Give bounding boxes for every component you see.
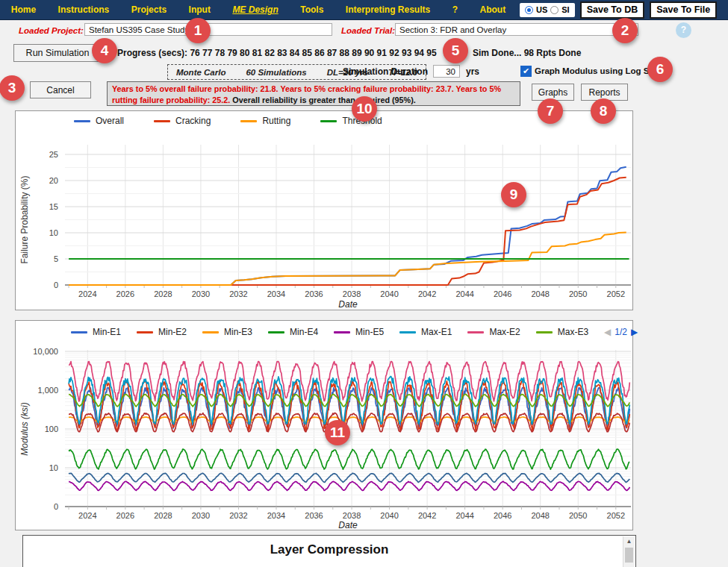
svg-text:2048: 2048 <box>531 511 549 520</box>
nav-items: HomeInstructionsProjectsInputME DesignTo… <box>0 4 517 15</box>
scrollbar-thumb[interactable] <box>625 548 633 563</box>
nav-item-home[interactable]: Home <box>11 4 36 15</box>
svg-text:2036: 2036 <box>305 511 323 520</box>
duration-label: Simulation Duration <box>343 66 428 77</box>
nav-item-tools[interactable]: Tools <box>300 4 323 15</box>
legend-label: Min-E5 <box>355 327 384 337</box>
svg-text:2026: 2026 <box>116 289 134 298</box>
svg-text:0: 0 <box>54 502 58 511</box>
series-min-e4-line <box>69 449 629 469</box>
nav-item-input[interactable]: Input <box>189 4 211 15</box>
sim-done-status: Sim Done... 98 Rpts Done <box>473 48 581 58</box>
svg-text:2030: 2030 <box>192 511 210 520</box>
legend-line-swatch <box>240 120 257 122</box>
top-nav-bar: HomeInstructionsProjectsInputME DesignTo… <box>0 0 728 20</box>
svg-text:100: 100 <box>45 425 58 433</box>
legend-item-rutting: Rutting <box>240 116 290 126</box>
svg-text:2052: 2052 <box>607 289 625 298</box>
si-radio[interactable] <box>550 6 559 14</box>
svg-text:2052: 2052 <box>607 511 625 520</box>
duration-input[interactable] <box>433 65 460 78</box>
svg-text:2044: 2044 <box>455 289 473 298</box>
log-scale-checkbox[interactable]: ✔ <box>520 66 532 77</box>
legend-item-overall: Overall <box>74 116 124 126</box>
svg-text:10: 10 <box>49 463 58 472</box>
legend-item-min-e2: Min-E2 <box>137 327 187 337</box>
legend-line-swatch <box>74 120 90 122</box>
svg-text:2028: 2028 <box>154 289 172 298</box>
callout-5: 5 <box>443 38 468 63</box>
mc-sims: 60 Simulations <box>246 68 306 77</box>
loaded-trial-label: Loaded Trial: <box>341 26 395 35</box>
legend-label: Overall <box>96 116 124 126</box>
progress-values: 76 77 78 79 80 81 82 83 84 85 86 87 88 8… <box>190 48 436 58</box>
legend-item-cracking: Cracking <box>154 116 211 126</box>
modulus-chart-legend: Min-E1Min-E2Min-E3Min-E4Min-E5Max-E1Max-… <box>71 326 632 338</box>
series-max-e5-line <box>69 473 629 482</box>
loaded-trial-input[interactable] <box>395 23 638 36</box>
run-simulation-button[interactable]: Run Simulation <box>13 44 102 62</box>
duration-unit-label: yrs <box>466 66 479 77</box>
legend-label: Max-E2 <box>489 327 520 337</box>
legend-next-icon[interactable]: ▶ <box>631 327 638 337</box>
legend-label: Min-E4 <box>290 327 318 337</box>
callout-3: 3 <box>0 75 25 101</box>
legend-item-min-e1: Min-E1 <box>71 327 121 337</box>
svg-text:5: 5 <box>54 254 58 263</box>
legend-label: Max-E3 <box>558 327 588 337</box>
legend-line-swatch <box>467 331 484 333</box>
svg-text:2050: 2050 <box>569 511 587 520</box>
svg-text:2034: 2034 <box>267 511 285 520</box>
callout-11: 11 <box>325 420 350 445</box>
legend-line-swatch <box>334 331 350 333</box>
svg-text:25: 25 <box>49 150 58 159</box>
svg-text:2030: 2030 <box>192 289 210 298</box>
panel-scrollbar: ▲ <box>623 536 635 567</box>
svg-text:2038: 2038 <box>343 289 361 298</box>
nav-item-help[interactable]: ? <box>452 4 458 15</box>
legend-label: Min-E1 <box>93 327 121 337</box>
legend-item-min-e4: Min-E4 <box>268 327 318 337</box>
svg-text:10,000: 10,000 <box>33 347 58 356</box>
svg-text:2046: 2046 <box>494 511 511 520</box>
nav-item-instructions[interactable]: Instructions <box>58 4 110 15</box>
svg-text:2046: 2046 <box>494 289 511 298</box>
us-radio[interactable] <box>525 6 533 14</box>
results-status-box: Years to 5% overall failure probability:… <box>107 81 520 106</box>
svg-text:10: 10 <box>49 228 58 237</box>
legend-prev-icon[interactable]: ◀ <box>604 327 611 337</box>
save-to-db-button[interactable]: Save To DB <box>580 1 645 19</box>
failure-chart-svg: 0510152025202420262028203020322034203620… <box>16 127 632 310</box>
svg-text:Failure Probability (%): Failure Probability (%) <box>19 175 30 263</box>
legend-line-swatch <box>399 331 416 333</box>
nav-item-me-design[interactable]: ME Design <box>232 4 278 15</box>
modulus-chart: Min-E1Min-E2Min-E3Min-E4Min-E5Max-E1Max-… <box>15 320 633 530</box>
legend-item-max-e3: Max-E3 <box>536 327 588 337</box>
legend-label: Rutting <box>262 116 290 126</box>
legend-label: Max-E1 <box>421 327 452 337</box>
svg-text:2028: 2028 <box>154 511 172 520</box>
modulus-chart-svg: 10,0001,00010010020242026202820302032203… <box>16 338 632 529</box>
us-radio-label: US <box>536 5 547 14</box>
svg-text:2024: 2024 <box>78 511 96 520</box>
nav-item-interpreting-results[interactable]: Interpreting Results <box>346 4 430 15</box>
nav-item-about[interactable]: About <box>479 4 505 15</box>
scrollbar-up-arrow-icon[interactable]: ▲ <box>623 536 635 547</box>
cancel-button[interactable]: Cancel <box>30 81 91 98</box>
legend-item-max-e1: Max-E1 <box>399 327 452 337</box>
svg-text:15: 15 <box>49 202 58 211</box>
units-toggle: US SI <box>520 3 575 17</box>
svg-text:2032: 2032 <box>229 511 247 520</box>
help-icon[interactable]: ? <box>676 22 691 38</box>
svg-text:Date: Date <box>338 299 358 310</box>
nav-item-projects[interactable]: Projects <box>131 4 167 15</box>
svg-text:2040: 2040 <box>380 289 398 298</box>
svg-text:2032: 2032 <box>229 289 247 298</box>
mc-mode: Monte Carlo <box>176 68 225 77</box>
progress-text: Progress (secs): 76 77 78 79 80 81 82 83… <box>117 48 437 58</box>
save-to-file-button[interactable]: Save To File <box>650 1 717 19</box>
svg-text:1,000: 1,000 <box>37 386 58 395</box>
legend-line-swatch <box>202 331 219 333</box>
results-text-black: Overall reliability is greater than requ… <box>230 95 415 104</box>
svg-text:2042: 2042 <box>418 289 436 298</box>
